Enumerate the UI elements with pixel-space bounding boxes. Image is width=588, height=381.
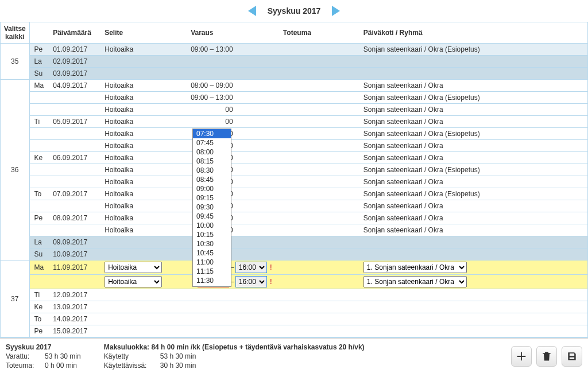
date-cell: [48, 92, 100, 104]
group-cell: Sonjan sateenkaari / Okra: [359, 224, 587, 236]
next-month-button[interactable]: [332, 6, 340, 16]
table-row[interactable]: 35Pe01.09.2017Hoitoaika09:00 – 13:00Sonj…: [1, 44, 587, 56]
day-cell: [29, 128, 48, 140]
selite-cell: [100, 248, 186, 261]
toteuma-cell: [278, 325, 359, 337]
toteuma-label: Toteuma:: [6, 361, 40, 370]
day-cell: To: [29, 188, 48, 200]
time-option[interactable]: 11:00: [193, 258, 231, 267]
time-option[interactable]: 11:30: [193, 276, 231, 285]
table-row[interactable]: Ke06.09.2017Hoitoaika09:00 – 16:00Sonjan…: [1, 152, 587, 164]
time-option[interactable]: 07:45: [193, 138, 231, 147]
toteuma-cell: [278, 301, 359, 313]
table-row[interactable]: Hoitoaika09:00 – 16:00Sonjan sateenkaari…: [1, 224, 587, 236]
toteuma-cell: [278, 188, 359, 200]
varaus-end-select[interactable]: 16:00: [235, 262, 267, 273]
table-row[interactable]: Ti05.09.2017Hoitoaika09:00 – 16:00Sonjan…: [1, 116, 587, 128]
selite-cell: Hoitoaika: [100, 116, 186, 128]
delete-button[interactable]: [536, 346, 557, 367]
toteuma-cell: [278, 212, 359, 224]
table-row[interactable]: Ke13.09.2017: [1, 301, 587, 313]
varaus-cell: [186, 68, 278, 80]
day-cell: [29, 164, 48, 176]
group-cell: Sonjan sateenkaari / Okra: [359, 140, 587, 152]
group-cell: [359, 248, 587, 261]
table-row[interactable]: 37Ma11.09.2017Hoitoaika!08:00 – 16:00!1.…: [1, 261, 587, 275]
time-dropdown-list[interactable]: 07:3007:4508:0008:1508:3008:4509:0009:15…: [192, 129, 231, 287]
prev-month-button[interactable]: [248, 6, 256, 16]
group-cell: Sonjan sateenkaari / Okra (Esiopetus): [359, 44, 587, 56]
time-option[interactable]: 09:30: [193, 203, 231, 212]
table-row[interactable]: Hoitoaika09:00 – 16:00Sonjan sateenkaari…: [1, 140, 587, 152]
group-cell: [359, 56, 587, 68]
kaytettavissa-label: Käytettävissä:: [104, 361, 156, 370]
day-cell: Ti: [29, 116, 48, 128]
day-cell: [29, 224, 48, 236]
date-cell: 09.09.2017: [48, 236, 100, 248]
table-row[interactable]: Hoitoaika09:00 – 16:00Sonjan sateenkaari…: [1, 200, 587, 212]
time-option[interactable]: 09:45: [193, 212, 231, 221]
table-row[interactable]: 36Ma04.09.2017Hoitoaika08:00 – 09:00Sonj…: [1, 80, 587, 92]
group-select[interactable]: 1. Sonjan sateenkaari / Okra: [363, 262, 467, 273]
time-option[interactable]: 09:15: [193, 193, 231, 203]
selite-select[interactable]: Hoitoaika: [105, 262, 162, 273]
time-option[interactable]: 10:45: [193, 248, 231, 258]
table-row[interactable]: Hoitoaika09:00 – 16:00Sonjan sateenkaari…: [1, 164, 587, 176]
time-option[interactable]: 10:00: [193, 221, 231, 230]
toteuma-cell: [278, 275, 359, 289]
time-option[interactable]: 10:30: [193, 239, 231, 248]
time-option[interactable]: 09:00: [193, 184, 231, 193]
group-cell: 1. Sonjan sateenkaari / Okra: [359, 261, 587, 275]
table-row[interactable]: Hoitoaika09:00 – 13:00Sonjan sateenkaari…: [1, 92, 587, 104]
time-option[interactable]: 11:15: [193, 267, 231, 276]
date-cell: 02.09.2017: [48, 56, 100, 68]
time-option[interactable]: 08:45: [193, 175, 231, 184]
maksu-title: Maksuluokka: 84 h 00 min /kk (Esiopetus …: [104, 343, 365, 351]
table-row[interactable]: La02.09.2017: [1, 56, 587, 68]
table-row[interactable]: Su03.09.2017: [1, 68, 587, 80]
table-row[interactable]: Hoitoaika!08:00 – 16:00!1. Sonjan sateen…: [1, 275, 587, 289]
varaus-cell: [186, 325, 278, 337]
varaus-end-select[interactable]: 16:00: [235, 276, 267, 287]
table-row[interactable]: Hoitoaika09:00 – 16:00Sonjan sateenkaari…: [1, 128, 587, 140]
varaus-cell: 09:00 – 13:00: [186, 44, 278, 56]
time-option[interactable]: 10:15: [193, 230, 231, 239]
day-cell: [29, 140, 48, 152]
time-option[interactable]: 08:30: [193, 166, 231, 175]
group-cell: Sonjan sateenkaari / Okra (Esiopetus): [359, 188, 587, 200]
group-cell: [359, 236, 587, 248]
calendar-table-container: Valitse kaikki Päivämäärä Selite Varaus …: [0, 22, 588, 338]
table-row[interactable]: Hoitoaika09:00 – 16:00Sonjan sateenkaari…: [1, 176, 587, 188]
time-option[interactable]: 11:45: [193, 285, 231, 287]
selite-cell: [100, 236, 186, 248]
save-button[interactable]: [562, 346, 582, 367]
table-row[interactable]: Ti12.09.2017: [1, 289, 587, 301]
table-row[interactable]: To07.09.2017Hoitoaika09:00 – 16:00Sonjan…: [1, 188, 587, 200]
group-cell: Sonjan sateenkaari / Okra: [359, 80, 587, 92]
group-cell: Sonjan sateenkaari / Okra: [359, 200, 587, 212]
table-row[interactable]: Hoitoaika09:00 – 16:00Sonjan sateenkaari…: [1, 104, 587, 116]
kaytettavissa-value: 30 h 30 min: [160, 361, 196, 370]
week-number: 35: [1, 44, 29, 80]
varattu-label: Varattu:: [6, 352, 40, 360]
group-select[interactable]: 1. Sonjan sateenkaari / Okra: [363, 276, 467, 287]
kaytetty-value: 53 h 30 min: [160, 352, 196, 360]
time-option[interactable]: 07:30: [193, 129, 231, 138]
varaus-cell: 09:00 – 16:00: [186, 116, 278, 128]
toteuma-cell: [278, 92, 359, 104]
table-row[interactable]: Su10.09.2017: [1, 248, 587, 261]
table-row[interactable]: La09.09.2017: [1, 236, 587, 248]
add-button[interactable]: [511, 346, 532, 367]
table-row[interactable]: Pe08.09.2017Hoitoaika09:00 – 16:00Sonjan…: [1, 212, 587, 224]
day-cell: La: [29, 236, 48, 248]
group-cell: [359, 289, 587, 301]
varaus-cell: 08:00 – 09:00: [186, 80, 278, 92]
table-row[interactable]: To14.09.2017: [1, 313, 587, 325]
selite-select[interactable]: Hoitoaika: [105, 276, 162, 287]
time-option[interactable]: 08:15: [193, 157, 231, 166]
table-row[interactable]: Pe15.09.2017: [1, 325, 587, 337]
toteuma-cell: [278, 289, 359, 301]
select-all-header[interactable]: Valitse kaikki: [1, 22, 29, 44]
time-option[interactable]: 08:00: [193, 147, 231, 157]
toteuma-cell: [278, 236, 359, 248]
